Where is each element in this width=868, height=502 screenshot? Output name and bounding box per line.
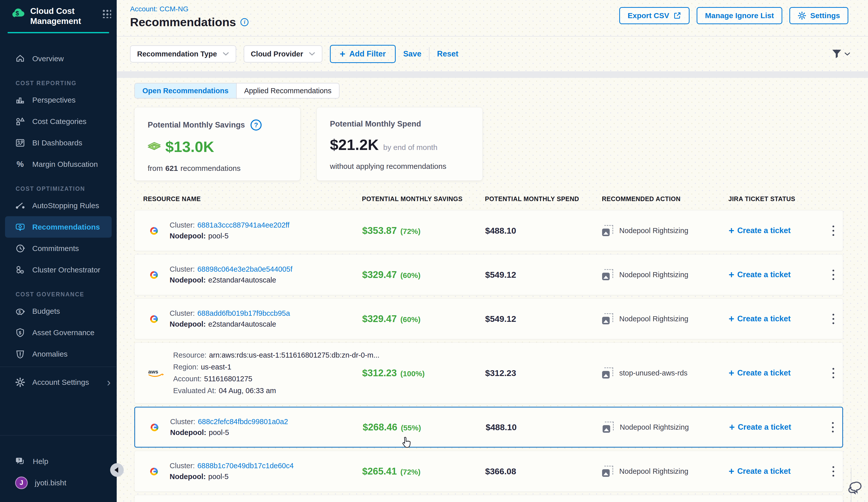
- mouse-cursor: [401, 437, 412, 451]
- sidebar-item-budgets[interactable]: Budgets: [0, 300, 117, 322]
- plus-icon: +: [728, 467, 734, 475]
- sidebar-footer: Help J jyoti.bisht: [0, 435, 117, 493]
- rightsizing-icon: [603, 422, 614, 433]
- cloud-provider-dropdown[interactable]: Cloud Provider: [244, 45, 322, 63]
- sidebar-item-label: Cluster Orchestrator: [32, 265, 100, 274]
- cluster-link[interactable]: 6888b1c70e49db17c1de60c4: [197, 462, 293, 470]
- sidebar-item-cluster-orchestrator[interactable]: Cluster Orchestrator: [0, 259, 117, 281]
- sidebar-item-cost-categories[interactable]: Cost Categories: [0, 111, 117, 132]
- settings-button[interactable]: Settings: [789, 7, 848, 24]
- sidebar-item-autostopping-rules[interactable]: AutoStopping Rules: [0, 195, 117, 216]
- sidebar-collapse-handle[interactable]: [110, 463, 124, 477]
- recommendations-icon: [15, 222, 25, 232]
- section-cost-reporting: COST REPORTING: [0, 69, 117, 89]
- dashboard-image-icon: [15, 138, 25, 148]
- cluster-link[interactable]: 688c2fefc84fbdc99801a0a2: [198, 418, 288, 426]
- plus-icon: +: [728, 314, 734, 323]
- table-row[interactable]: Cluster:688add6fb019b17f9bccb95a Nodepoo…: [134, 299, 843, 339]
- kebab-menu[interactable]: [833, 314, 834, 324]
- sidebar-item-margin-obfuscation[interactable]: % Margin Obfuscation: [0, 154, 117, 175]
- table-row[interactable]: Cluster:6888b1c70e49db17c1de60c4 Nodepoo…: [134, 451, 843, 492]
- sidebar-item-overview[interactable]: Overview: [0, 48, 117, 69]
- cluster-link[interactable]: 6881a3ccc887941a4ee202ff: [197, 221, 290, 229]
- rightsizing-icon: [602, 367, 613, 378]
- create-ticket-link[interactable]: +Create a ticket: [729, 422, 830, 432]
- table-row[interactable]: Cluster:6881a3ccc887941a4ee202ff Nodepoo…: [134, 210, 843, 251]
- section-cost-optimization: COST OPTIMIZATION: [0, 175, 117, 195]
- create-ticket-link[interactable]: +Create a ticket: [728, 368, 829, 377]
- col-recommended-action: RECOMMENDED ACTION: [602, 195, 728, 202]
- spend-cell: $549.12: [485, 270, 602, 280]
- table-row[interactable]: Resource:arn:aws:rds:us-east-1:511616801…: [134, 343, 843, 404]
- sidebar-item-recommendations[interactable]: Recommendations: [5, 216, 112, 238]
- help-circle-icon[interactable]: ?: [250, 119, 262, 130]
- sidebar-item-commitments[interactable]: Commitments: [0, 238, 117, 259]
- create-ticket-link[interactable]: +Create a ticket: [728, 467, 829, 476]
- cluster-link[interactable]: 688add6fb019b17f9bccb95a: [197, 309, 290, 317]
- export-csv-button[interactable]: Export CSV: [619, 7, 690, 24]
- kebab-menu[interactable]: [833, 270, 834, 280]
- recommendation-type-dropdown[interactable]: Recommendation Type: [130, 45, 236, 63]
- rightsizing-icon: [602, 466, 613, 477]
- col-resource-name: RESOURCE NAME: [143, 195, 362, 202]
- add-filter-button[interactable]: + Add Filter: [330, 45, 396, 63]
- kebab-menu[interactable]: [833, 226, 834, 236]
- support-chat-icon[interactable]: [847, 481, 864, 496]
- kebab-menu[interactable]: [833, 466, 834, 477]
- evaluated-at-label: Evaluated At:: [173, 387, 216, 395]
- cluster-link[interactable]: 68898c064e3e2ba0e544005f: [197, 265, 292, 273]
- info-icon[interactable]: i: [240, 18, 248, 26]
- nodepool-value: e2standar4autoscale: [208, 320, 276, 328]
- avatar: J: [15, 477, 28, 489]
- gear-icon: [798, 11, 806, 20]
- summary-cards: Potential Monthly Savings ? $13.0K from …: [134, 107, 843, 181]
- sidebar-item-bi-dashboards[interactable]: BI Dashboards: [0, 132, 117, 154]
- savings-cell: $329.47(60%): [362, 269, 485, 280]
- create-ticket-link[interactable]: +Create a ticket: [728, 270, 829, 279]
- card-title: Potential Monthly Spend: [330, 119, 421, 128]
- savings-cell: $353.87(72%): [362, 225, 485, 236]
- help-chat-icon: [15, 457, 26, 467]
- kebab-menu[interactable]: [832, 422, 834, 432]
- nodepool-label: Nodepool:: [169, 320, 206, 328]
- kebab-menu[interactable]: [833, 368, 834, 378]
- user-menu[interactable]: J jyoti.bisht: [0, 472, 117, 493]
- chevron-down-icon: [223, 52, 229, 56]
- gcp-icon: [147, 269, 161, 281]
- table-row[interactable]: Cluster:68898c064e3e2ba0e544005f Nodepoo…: [134, 254, 843, 295]
- gear-icon: [15, 377, 25, 387]
- tab-applied-recommendations[interactable]: Applied Recommendations: [236, 83, 339, 98]
- table-row-selected[interactable]: Cluster:688c2fefc84fbdc99801a0a2 Nodepoo…: [134, 407, 843, 448]
- filter-panel-toggle[interactable]: [832, 49, 850, 59]
- card-title: Potential Monthly Savings: [148, 121, 245, 129]
- reset-filter-link[interactable]: Reset: [437, 49, 458, 59]
- gcp-icon: [147, 466, 161, 477]
- sidebar-item-help[interactable]: Help: [0, 451, 117, 472]
- save-filter-link[interactable]: Save: [403, 49, 421, 59]
- create-ticket-link[interactable]: +Create a ticket: [728, 314, 829, 323]
- sidebar-item-anomalies[interactable]: Anomalies: [0, 343, 117, 365]
- table-row[interactable]: Cluster:6886e92f59a48cad86b5b1c6 $244.05…: [134, 495, 843, 502]
- region-value: us-east-1: [201, 363, 231, 371]
- action-cell: Nodepool Rightsizing: [602, 313, 728, 324]
- filter-bar: Recommendation Type Cloud Provider + Add…: [117, 36, 868, 71]
- cluster-label: Cluster:: [169, 309, 195, 317]
- savings-subtitle: from 621 recommendations: [148, 164, 293, 172]
- sidebar-item-account-settings[interactable]: Account Settings ›: [0, 372, 117, 393]
- create-ticket-link[interactable]: +Create a ticket: [728, 226, 829, 235]
- brand-title: Cloud Cost Management: [30, 6, 81, 26]
- sidebar-item-label: Budgets: [32, 307, 60, 315]
- potential-monthly-spend-card: Potential Monthly Spend $21.2K by end of…: [317, 107, 483, 181]
- account-label: Account:: [173, 375, 202, 383]
- breadcrumb[interactable]: Account: CCM-NG: [130, 5, 188, 13]
- spend-cell: $366.08: [485, 467, 602, 476]
- manage-ignore-list-button[interactable]: Manage Ignore List: [696, 7, 782, 24]
- sidebar-item-label: Perspectives: [32, 96, 76, 104]
- page-title: Recommendations: [130, 15, 236, 29]
- resource-value: arn:aws:rds:us-east-1:511616801275:db:zn…: [209, 351, 380, 359]
- module-switcher-grid-icon[interactable]: [102, 9, 111, 18]
- sidebar-item-asset-governance[interactable]: Asset Governance: [0, 322, 117, 343]
- gcp-icon: [148, 421, 161, 433]
- sidebar-item-perspectives[interactable]: Perspectives: [0, 89, 117, 111]
- tab-open-recommendations[interactable]: Open Recommendations: [135, 83, 236, 98]
